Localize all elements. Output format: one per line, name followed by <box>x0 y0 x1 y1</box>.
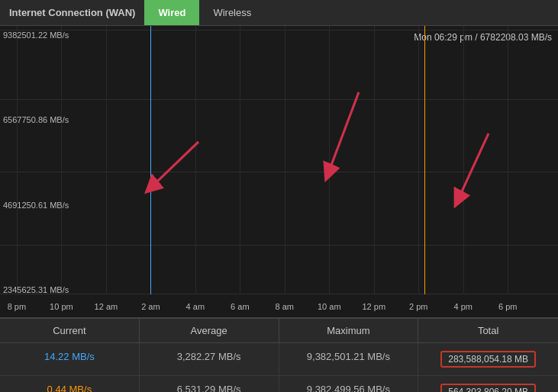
y-label-0: 9382501.22 MB/s <box>3 31 89 40</box>
gvline-7 <box>329 26 330 294</box>
gvline-11 <box>508 26 508 294</box>
gvline-9 <box>418 26 419 294</box>
y-label-3: 2345625.31 MB/s <box>3 285 89 294</box>
gvline-4 <box>195 26 196 294</box>
stats-header-current: Current <box>0 319 140 342</box>
x-label-2: 12 am <box>95 302 118 311</box>
stats-row1-average: 3,282.27 MB/s <box>140 343 279 375</box>
header: Internet Connection (WAN) Wired Wireless <box>0 0 558 26</box>
y-label-2: 4691250.61 MB/s <box>3 201 89 210</box>
stats-row2-total: 564,303,806.20 MB <box>418 376 558 392</box>
svg-line-1 <box>328 92 359 173</box>
timestamp: Mon 06:29 pm / 6782208.03 MB/s <box>414 32 552 43</box>
stats-table: Current Average Maximum Total 14.22 MB/s… <box>0 317 558 392</box>
stats-header-row: Current Average Maximum Total <box>0 319 558 343</box>
x-label-6: 8 am <box>276 302 294 311</box>
stats-row2-average: 6,531.29 MB/s <box>140 376 279 392</box>
x-label-5: 6 am <box>231 302 249 311</box>
stats-row2-total-badge: 564,303,806.20 MB <box>440 384 536 392</box>
gvline-5 <box>240 26 240 294</box>
tab-wired[interactable]: Wired <box>144 0 199 25</box>
gvline-2 <box>106 26 107 294</box>
stats-row1-current: 14.22 MB/s <box>0 343 140 375</box>
x-label-3: 2 am <box>141 302 160 311</box>
chart-area: Mon 06:29 pm / 6782208.03 MB/s 9382501.2… <box>0 26 558 317</box>
x-label-4: 4 am <box>186 302 205 311</box>
svg-line-0 <box>151 142 198 188</box>
tab-wireless[interactable]: Wireless <box>199 0 265 25</box>
vline-blue <box>150 26 151 294</box>
stats-row-2: 0.44 MB/s 6,531.29 MB/s 9,382,499.56 MB/… <box>0 376 558 392</box>
x-label-0: 8 pm <box>8 302 26 311</box>
page-title-text: Internet Connection (WAN) <box>9 7 135 18</box>
page-title: Internet Connection (WAN) <box>0 0 144 25</box>
stats-header-maximum: Maximum <box>279 319 419 342</box>
stats-row1-total-badge: 283,588,054.18 MB <box>440 351 536 368</box>
x-label-1: 10 pm <box>50 302 73 311</box>
y-label-1: 6567750.86 MB/s <box>3 115 89 124</box>
x-label-8: 12 pm <box>362 302 385 311</box>
x-label-9: 2 pm <box>409 302 427 311</box>
vline-orange <box>424 26 425 294</box>
gvline-6 <box>285 26 285 294</box>
stats-row-1: 14.22 MB/s 3,282.27 MB/s 9,382,501.21 MB… <box>0 343 558 376</box>
x-label-11: 6 pm <box>498 302 517 311</box>
x-axis-labels: 8 pm 10 pm 12 am 2 am 4 am 6 am 8 am 10 … <box>0 294 558 317</box>
y-axis-labels: 9382501.22 MB/s 6567750.86 MB/s 4691250.… <box>0 26 92 294</box>
gvline-8 <box>374 26 375 294</box>
stats-row1-maximum: 9,382,501.21 MB/s <box>279 343 419 375</box>
stats-header-average: Average <box>140 319 279 342</box>
x-label-10: 4 pm <box>453 302 472 311</box>
gvline-10 <box>463 26 464 294</box>
stats-row2-maximum: 9,382,499.56 MB/s <box>279 376 419 392</box>
stats-row1-total: 283,588,054.18 MB <box>418 343 558 375</box>
stats-row2-current: 0.44 MB/s <box>0 376 140 392</box>
stats-header-total: Total <box>418 319 558 342</box>
x-label-7: 10 am <box>318 302 341 311</box>
